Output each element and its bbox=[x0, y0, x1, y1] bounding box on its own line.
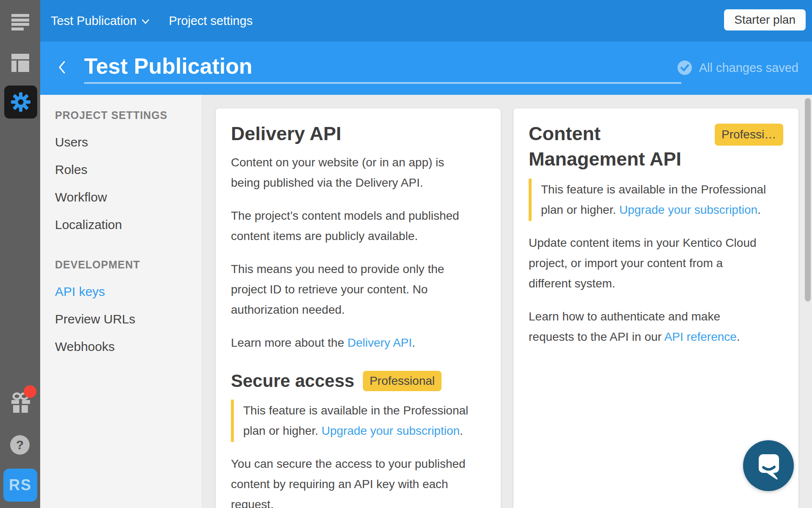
upgrade-callout: This feature is available in the Profess… bbox=[529, 179, 783, 221]
help-button[interactable]: ? bbox=[10, 435, 30, 455]
text-segment: . bbox=[412, 336, 415, 349]
settings-nav-active[interactable] bbox=[4, 86, 37, 119]
paragraph-with-link: Learn how to authenticate and make reque… bbox=[529, 306, 783, 347]
professional-badge: Professional bbox=[363, 371, 442, 391]
text-segment: . bbox=[757, 203, 761, 216]
topbar-project-settings[interactable]: Project settings bbox=[169, 14, 252, 28]
back-button[interactable] bbox=[53, 58, 71, 77]
topbar: Test Publication Project settings Starte… bbox=[40, 0, 812, 41]
scrollbar-thumb[interactable] bbox=[805, 98, 811, 301]
delivery-api-card: Delivery API Content on your website (or… bbox=[216, 108, 501, 508]
project-titlebar: Test Publication All changes saved bbox=[40, 41, 812, 95]
nav-item-users[interactable]: Users bbox=[55, 128, 202, 156]
layout-dashboard-icon[interactable] bbox=[11, 54, 29, 72]
app-rail: ? RS bbox=[0, 0, 40, 508]
avatar-initials: RS bbox=[9, 476, 32, 494]
callout-text: This feature is available in the Profess… bbox=[243, 400, 486, 441]
whats-new-button[interactable] bbox=[11, 392, 33, 413]
page-scrollbar bbox=[804, 95, 812, 508]
nav-section-development: DEVELOPMENT bbox=[55, 259, 202, 271]
saved-status: All changes saved bbox=[677, 60, 798, 75]
inline-link[interactable]: Upgrade your subscription bbox=[321, 424, 460, 437]
nav-item-preview-urls[interactable]: Preview URLs bbox=[55, 305, 202, 333]
notification-dot bbox=[24, 385, 36, 398]
content-menu-icon[interactable] bbox=[11, 14, 29, 32]
inline-link[interactable]: Upgrade your subscription bbox=[619, 203, 757, 216]
card-title: Delivery API bbox=[231, 121, 486, 146]
text-segment: . bbox=[737, 330, 740, 343]
project-title-input[interactable]: Test Publication bbox=[84, 52, 681, 84]
upgrade-callout: This feature is available in the Profess… bbox=[231, 400, 486, 442]
question-mark-icon: ? bbox=[16, 438, 24, 452]
settings-subnav: PROJECT SETTINGS Users Roles Workflow Lo… bbox=[40, 95, 202, 508]
text-segment: . bbox=[460, 424, 463, 437]
text-segment: Learn more about the bbox=[231, 336, 348, 349]
api-keys-content: Delivery API Content on your website (or… bbox=[202, 95, 812, 508]
nav-item-localization[interactable]: Localization bbox=[55, 211, 202, 238]
paragraph: This means you need to provide only the … bbox=[231, 259, 486, 320]
nav-item-workflow[interactable]: Workflow bbox=[55, 183, 202, 211]
project-switcher[interactable]: Test Publication bbox=[51, 14, 149, 28]
nav-section-project-settings: PROJECT SETTINGS bbox=[55, 109, 202, 121]
callout-text: This feature is available in the Profess… bbox=[541, 179, 783, 220]
chat-bubble-icon bbox=[743, 440, 794, 491]
paragraph: Content on your website (or in an app) i… bbox=[231, 152, 486, 193]
saved-status-label: All changes saved bbox=[699, 61, 798, 75]
nav-item-api-keys[interactable]: API keys bbox=[55, 278, 202, 305]
chevron-down-icon bbox=[142, 19, 149, 24]
chat-launcher-button[interactable] bbox=[743, 440, 794, 491]
paragraph: The project’s content models and publish… bbox=[231, 206, 486, 246]
paragraph: Update content items in your Kentico Clo… bbox=[529, 233, 783, 294]
app-root: ? RS Test Publication Project settings S… bbox=[0, 0, 812, 508]
secure-access-heading: Secure access bbox=[231, 371, 354, 391]
check-circle-icon bbox=[677, 60, 692, 75]
project-switcher-label: Test Publication bbox=[51, 14, 137, 28]
inline-link[interactable]: Delivery API bbox=[348, 336, 412, 349]
user-avatar[interactable]: RS bbox=[3, 469, 37, 502]
nav-item-webhooks[interactable]: Webhooks bbox=[55, 333, 202, 360]
chevron-left-icon bbox=[58, 61, 66, 74]
paragraph: You can secure the access to your publis… bbox=[231, 454, 486, 508]
inline-link[interactable]: API reference bbox=[664, 330, 737, 343]
paragraph-with-link: Learn more about the Delivery API. bbox=[231, 333, 486, 353]
professional-badge-truncated: Professional bbox=[715, 124, 783, 146]
starter-plan-button[interactable]: Starter plan bbox=[724, 9, 806, 30]
nav-item-roles[interactable]: Roles bbox=[55, 156, 202, 183]
gear-icon bbox=[11, 92, 31, 112]
